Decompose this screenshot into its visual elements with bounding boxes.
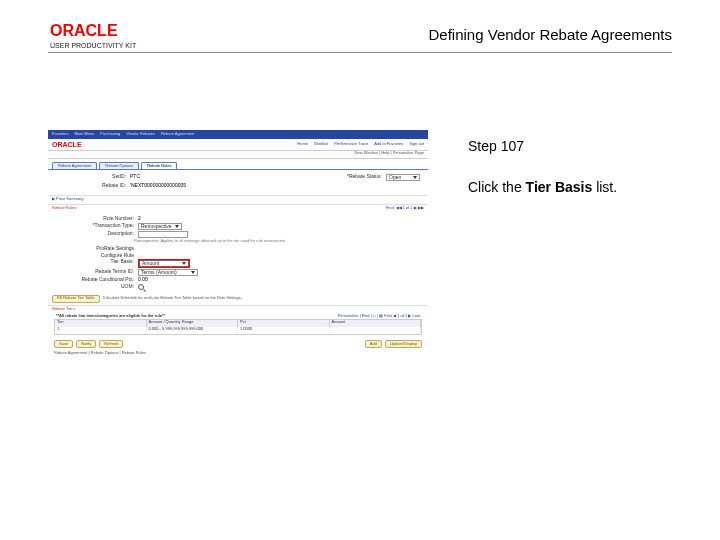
tier-table: Tier Amount / Quantity Range Pct Amount … (54, 319, 422, 335)
window-tools[interactable]: New Window | Help | Personalize Page (48, 151, 428, 159)
brand-block: ORACLE USER PRODUCTIVITY KIT (50, 22, 136, 49)
tier-basis-select[interactable]: Amount (139, 260, 189, 267)
header-links: Home Worklist Performance Trace Add to F… (297, 142, 424, 146)
uom-label: UOM: (56, 284, 134, 290)
section-rebate-tiers: Rebate Tiers (48, 305, 428, 312)
desc-label: Description: (56, 231, 134, 238)
tier-basis-label: Tier Basis: (56, 259, 134, 268)
tier-grid-nav[interactable]: Personalize | Find | ▷ | ▦ First ◀ 1 of … (338, 314, 420, 318)
link-signout[interactable]: Sign out (409, 142, 424, 146)
link-worklist[interactable]: Worklist (314, 142, 328, 146)
fill-rebate-button[interactable]: Fill Rebate Tier Table (52, 295, 100, 303)
col-tier: Tier (55, 320, 147, 327)
terms-label: Rebate Terms ID: (56, 269, 134, 276)
search-icon[interactable] (138, 284, 144, 290)
setid-value: PTC (130, 174, 140, 181)
tab-rebate-agreement[interactable]: Rebate Agreement (52, 162, 97, 169)
save-button[interactable]: Save (54, 340, 73, 348)
tier-table-header: **All rebate line items/categories are e… (48, 314, 428, 318)
tier-basis-highlight: Amount (138, 259, 190, 268)
rules-body: Rule Number: 2 *Transaction Type: Retros… (48, 213, 428, 292)
add-button[interactable]: Add (365, 340, 382, 348)
rules-grid-nav[interactable]: Find ◀◀ 1 of 2 ▶ ▶▶ (386, 206, 424, 210)
cond-pct-value: 0.00 (138, 277, 148, 283)
tab-bar: Rebate Agreement Rebate Options Rebate R… (48, 159, 428, 169)
tab-rebate-rules[interactable]: Rebate Rules (141, 162, 177, 169)
rebateid-label: Rebate ID: (56, 183, 126, 189)
crumb[interactable]: Purchasing (100, 132, 120, 136)
rule-num-label: Rule Number: (56, 216, 134, 222)
chevron-down-icon (191, 271, 195, 274)
status-label: *Rebate Status: (334, 174, 382, 181)
fill-bar: Fill Rebate Tier Table Calculate Schedul… (52, 295, 424, 303)
chevron-down-icon (175, 225, 179, 228)
form-header: SetID: PTC *Rebate Status: Open Rebate I… (48, 170, 428, 193)
cell: 1 (55, 327, 147, 334)
header-rule (48, 52, 672, 53)
txn-type-select[interactable]: Retrospective (138, 223, 182, 230)
crumb[interactable]: Favorites (52, 132, 68, 136)
fill-note: Calculate Schedule for multi-tier Rebate… (103, 296, 242, 300)
cell: 1.0000 (238, 327, 330, 334)
breadcrumb-bar: Favorites Main Menu Purchasing Vendor Re… (48, 130, 428, 139)
link-perf[interactable]: Performance Trace (334, 142, 368, 146)
link-home[interactable]: Home (297, 142, 308, 146)
tab-rebate-options[interactable]: Rebate Options (99, 162, 139, 169)
tier-eligible-msg: **All rebate line items/categories are e… (56, 314, 165, 318)
crumb[interactable]: Vendor Rebates (126, 132, 155, 136)
link-fav[interactable]: Add to Favorites (374, 142, 403, 146)
desc-hint: Retrospective: Applies to all earnings o… (134, 239, 420, 243)
instruction-text: Click the Tier Basis list. (468, 178, 617, 196)
terms-select[interactable]: Terms (Amount) (138, 269, 198, 276)
chevron-down-icon (182, 262, 186, 265)
app-screenshot: Favorites Main Menu Purchasing Vendor Re… (48, 130, 428, 368)
notify-button[interactable]: Notify (76, 340, 96, 348)
oracle-subtitle: USER PRODUCTIVITY KIT (50, 42, 136, 49)
cell: 0.000 - 9,999,999,999,999.000 (147, 327, 239, 334)
page-title: Defining Vendor Rebate Agreements (429, 26, 673, 43)
instr-bold: Tier Basis (526, 179, 593, 195)
crumb[interactable]: Rebate Agreement (161, 132, 194, 136)
chevron-down-icon (413, 176, 417, 179)
prorate-label: ProRate Settings (56, 246, 134, 252)
status-select[interactable]: Open (386, 174, 420, 181)
footer-crumb[interactable]: Rebate Agreement | Rebate Options | Reba… (48, 350, 428, 356)
section-rebate-rules: Rebate Rules Find ◀◀ 1 of 2 ▶ ▶▶ (48, 204, 428, 211)
breadcrumb: Favorites Main Menu Purchasing Vendor Re… (52, 132, 194, 136)
oracle-logo: ORACLE (50, 22, 136, 40)
instr-pre: Click the (468, 179, 526, 195)
rebateid-value: 'NEXT000000000000005 (130, 183, 186, 189)
table-head: Tier Amount / Quantity Range Pct Amount (55, 320, 421, 327)
crumb[interactable]: Main Menu (74, 132, 94, 136)
desc-input[interactable] (138, 231, 188, 238)
app-logo: ORACLE (52, 141, 82, 149)
col-amt: Amount (330, 320, 422, 327)
setid-label: SetID: (56, 174, 126, 181)
refresh-button[interactable]: Refresh (99, 340, 123, 348)
cell (330, 327, 422, 334)
instr-post: list. (592, 179, 617, 195)
rule-num-value: 2 (138, 216, 141, 222)
txn-type-label: *Transaction Type: (56, 223, 134, 230)
section-price-summary[interactable]: ▶ Price Summary (48, 195, 428, 202)
footer-buttons: Save Notify Refresh Add Update/Display (48, 338, 428, 350)
rules-title: Rebate Rules (52, 206, 76, 210)
cond-pct-label: Rebate Conditional Pct: (56, 277, 134, 283)
table-row[interactable]: 1 0.000 - 9,999,999,999,999.000 1.0000 (55, 327, 421, 334)
step-label: Step 107 (468, 138, 524, 154)
update-display-button[interactable]: Update/Display (385, 340, 422, 348)
